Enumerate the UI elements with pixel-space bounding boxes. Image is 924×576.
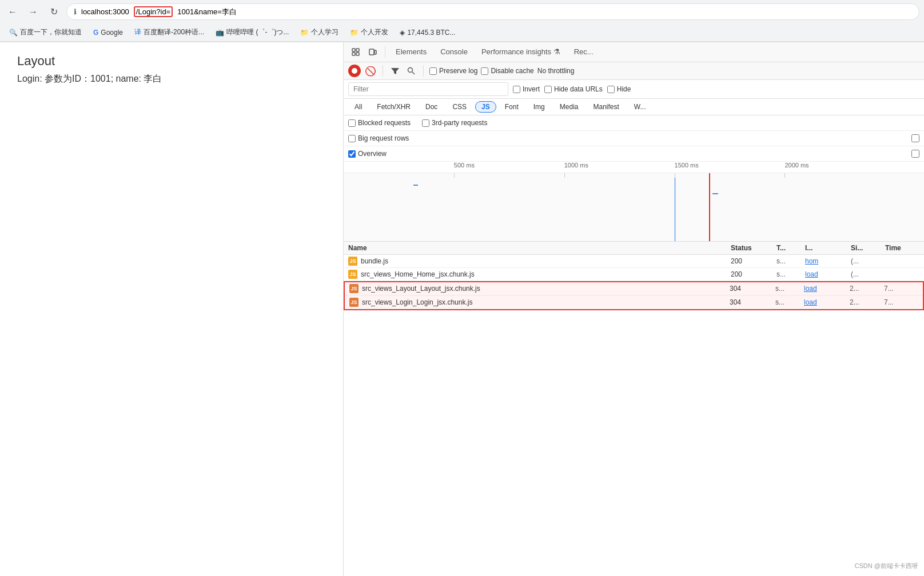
type-filter-font[interactable]: Font (499, 101, 525, 113)
type-filter-css[interactable]: CSS (446, 101, 473, 113)
right-checkbox-2[interactable] (911, 150, 919, 158)
right-checkbox-1[interactable] (911, 134, 919, 142)
js-icon-1: JS (348, 257, 357, 266)
back-button[interactable]: ← (5, 4, 21, 20)
bookmark-google[interactable]: G Google (89, 27, 128, 38)
svg-rect-4 (369, 49, 374, 55)
table-row[interactable]: JS src_views_Layout_Layout_jsx.chunk.js … (345, 282, 923, 295)
disable-cache-label[interactable]: Disable cache (481, 67, 533, 75)
bookmark-btc[interactable]: ◈ 17,445.3 BTC... (395, 27, 460, 38)
forward-button[interactable]: → (25, 4, 41, 20)
overview-label[interactable]: Overview (348, 150, 387, 158)
hide-label[interactable]: Hide (607, 85, 631, 93)
type-filter-ws[interactable]: W... (628, 101, 652, 113)
timeline-bar-2 (712, 193, 718, 194)
timeline-red-line (709, 173, 710, 242)
study-icon: 📁 (300, 29, 309, 37)
main-area: Layout Login: 参数为ID：1001; name: 李白 (0, 42, 924, 576)
baidu-icon: 🔍 (9, 29, 18, 37)
bookmark-translate-label: 百度翻译-200种语... (144, 27, 204, 37)
filter-input[interactable] (348, 82, 508, 96)
filter-icon-button[interactable] (389, 65, 401, 77)
type-filter-doc[interactable]: Doc (419, 101, 444, 113)
blocked-requests-checkbox[interactable] (348, 119, 356, 127)
google-icon: G (93, 29, 98, 37)
type-filter-manifest[interactable]: Manifest (587, 101, 625, 113)
big-request-rows-checkbox[interactable] (348, 135, 356, 142)
page-content: Layout Login: 参数为ID：1001; name: 李白 (0, 42, 343, 576)
header-name: Name (348, 244, 731, 252)
hide-data-urls-checkbox[interactable] (544, 86, 552, 93)
type-filter-media[interactable]: Media (553, 101, 585, 113)
reload-button[interactable]: ↻ (46, 4, 62, 20)
invert-checkbox[interactable] (513, 86, 520, 93)
translate-icon: 译 (134, 27, 141, 37)
invert-label[interactable]: Invert (513, 85, 540, 93)
tick-1500 (675, 173, 675, 178)
third-party-checkbox[interactable] (422, 119, 429, 127)
devtools-panel: Elements Console Performance insights ⚗ … (343, 42, 924, 576)
type-filter-all[interactable]: All (348, 101, 368, 113)
preserve-log-label[interactable]: Preserve log (429, 67, 477, 75)
row-type-4: s... (775, 298, 804, 306)
bookmark-bilibili[interactable]: 📺 哔哩哔哩 (゜-゜)つ... (211, 26, 293, 39)
filter-row: Invert Hide data URLs Hide (344, 80, 924, 99)
dev-icon: 📁 (350, 29, 359, 37)
row-time-4: 7... (884, 298, 918, 306)
big-request-rows-label[interactable]: Big request rows (348, 134, 409, 142)
bookmarks-bar: 🔍 百度一下，你就知道 G Google 译 百度翻译-200种语... 📺 哔… (0, 23, 924, 42)
hide-data-urls-label[interactable]: Hide data URLs (544, 85, 603, 93)
record-button-inner (352, 68, 357, 74)
clear-button[interactable]: 🚫 (364, 65, 377, 77)
bookmark-google-label: Google (101, 29, 123, 37)
bookmark-baidu-label: 百度一下，你就知道 (20, 27, 82, 37)
third-party-label[interactable]: 3rd-party requests (422, 119, 487, 127)
type-filter-js[interactable]: JS (475, 101, 496, 113)
table-row[interactable]: JS src_views_Home_Home_jsx.chunk.js 200 … (344, 268, 924, 281)
row-status-1: 200 (731, 257, 776, 265)
table-row[interactable]: JS bundle.js 200 s... hom (... (344, 255, 924, 268)
disable-cache-checkbox[interactable] (481, 67, 488, 75)
timeline-tick-500: 500 ms (454, 162, 475, 169)
bookmark-baidu[interactable]: 🔍 百度一下，你就知道 (5, 26, 86, 39)
header-time: Time (885, 244, 919, 252)
table-row[interactable]: JS src_views_Login_Login_jsx.chunk.js 30… (345, 295, 923, 309)
row-type-2: s... (776, 270, 805, 278)
device-toolbar-button[interactable] (365, 45, 380, 59)
address-bar[interactable]: ℹ localhost:3000/Login?id=1001&name=李白 (66, 3, 919, 20)
bookmark-btc-label: 17,445.3 BTC... (407, 29, 455, 37)
tab-console[interactable]: Console (435, 45, 473, 59)
timeline-bar-1 (413, 185, 418, 186)
inspect-element-button[interactable] (348, 45, 363, 59)
blocked-requests-text: Blocked requests (358, 119, 411, 127)
blocked-requests-label[interactable]: Blocked requests (348, 119, 411, 127)
browser-chrome: ← → ↻ ℹ localhost:3000/Login?id=1001&nam… (0, 0, 924, 42)
hide-checkbox[interactable] (607, 86, 615, 93)
bookmark-study[interactable]: 📁 个人学习 (296, 26, 343, 39)
search-icon-button[interactable] (405, 65, 417, 77)
tab-rec[interactable]: Rec... (568, 45, 599, 59)
bookmark-dev[interactable]: 📁 个人开发 (345, 26, 393, 39)
big-request-rows-text: Big request rows (358, 134, 409, 142)
network-toolbar: 🚫 Preserve log Disable cache (344, 62, 924, 80)
svg-point-6 (408, 68, 413, 73)
preserve-log-text: Preserve log (439, 67, 477, 75)
highlighted-group: JS src_views_Layout_Layout_jsx.chunk.js … (344, 281, 924, 310)
type-filter-img[interactable]: Img (527, 101, 551, 113)
preserve-log-checkbox[interactable] (429, 67, 437, 75)
timeline-tick-2000: 2000 ms (784, 162, 808, 169)
bookmark-translate[interactable]: 译 百度翻译-200种语... (130, 26, 209, 39)
header-type: T... (776, 244, 805, 252)
tab-performance[interactable]: Performance insights ⚗ (476, 45, 566, 59)
page-subtitle: Login: 参数为ID：1001; name: 李白 (17, 73, 326, 85)
type-filter-fetch[interactable]: Fetch/XHR (371, 101, 417, 113)
lock-icon: ℹ (74, 7, 77, 16)
record-button[interactable] (348, 65, 361, 77)
overview-checkbox[interactable] (348, 150, 356, 158)
tick-1000 (564, 173, 565, 178)
row-size-1: (... (851, 257, 885, 265)
hide-data-urls-text: Hide data URLs (554, 85, 603, 93)
tab-elements[interactable]: Elements (390, 45, 432, 59)
svg-rect-3 (356, 53, 359, 55)
row-name-2: src_views_Home_Home_jsx.chunk.js (361, 270, 731, 278)
